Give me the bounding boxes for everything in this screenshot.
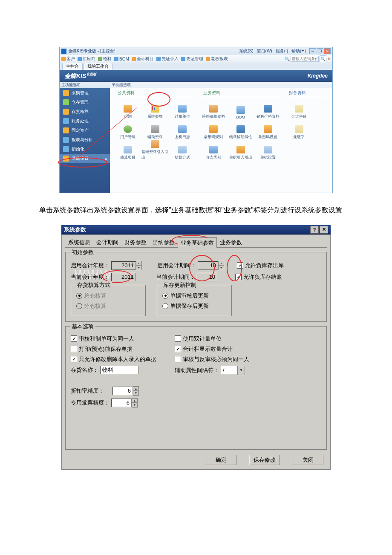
input-stock-name[interactable] xyxy=(100,366,138,374)
checkbox-print-save[interactable] xyxy=(71,346,77,352)
search-input[interactable] xyxy=(291,56,319,62)
item-voucher-word[interactable]: 凭证字 xyxy=(285,119,313,140)
annotation-circle-neg xyxy=(227,255,242,281)
spinner-start-period[interactable]: ▲▼ xyxy=(218,261,224,270)
menu-system[interactable]: 系统(S) xyxy=(238,48,254,54)
item-purchase-price[interactable]: 采购价格资料 xyxy=(200,99,227,119)
item-payment-type[interactable]: 收支类别 xyxy=(200,140,227,160)
barcode-set-icon xyxy=(264,125,272,133)
tb-voucher-mgmt[interactable]: 凭证管理 xyxy=(186,56,203,62)
sidebar-item-asset[interactable]: 固定资产 xyxy=(60,126,110,135)
bom-icon xyxy=(114,57,118,61)
item-bom[interactable]: BOM xyxy=(227,99,254,119)
tb-account[interactable]: 会计科目 xyxy=(137,56,154,62)
item-bill-import[interactable]: 单据引入引出 xyxy=(227,140,254,160)
dialog-titlebar: 系统参数 ? ✕ xyxy=(61,225,331,234)
spinner-invoice[interactable]: ▲▼ xyxy=(132,398,138,408)
checkbox-same-person[interactable]: ✓ xyxy=(71,335,77,342)
spinner-start-year[interactable]: ▲▼ xyxy=(136,261,142,270)
supplier-icon xyxy=(78,57,82,61)
item-aux-data[interactable]: 辅助资料 xyxy=(141,119,169,140)
radio-after-save[interactable] xyxy=(162,303,168,309)
label-separator: 辅助属性间隔符： xyxy=(175,367,219,374)
legend-stock: 库存更新控制 xyxy=(161,281,198,289)
section-business: 业务资料 xyxy=(203,90,282,97)
combo-separator[interactable]: ▼ xyxy=(221,366,245,375)
tb-customer[interactable]: 客户 xyxy=(66,56,75,62)
tab-my-workbench[interactable]: 我的工作台 xyxy=(84,63,112,70)
title-bar: 金蝶KIS专业版 - [主控台] 系统(S) 窗口(W) 服务(I) 帮助(H)… xyxy=(60,47,332,55)
item-material-attr[interactable]: 物料辅助属性 xyxy=(227,119,254,140)
tab-system-info[interactable]: 系统信息 xyxy=(65,237,93,248)
input-discount-precision[interactable] xyxy=(112,387,133,395)
dialog-help-button[interactable]: ? xyxy=(310,226,319,234)
item-log[interactable]: 上机日志 xyxy=(169,119,196,140)
item-cost-project[interactable]: 核算项目 xyxy=(114,140,141,160)
search-icon: 🔍 xyxy=(285,57,290,61)
input-start-year[interactable] xyxy=(111,261,136,270)
account-subject-icon xyxy=(295,105,303,113)
sidebar-item-init[interactable]: 初始化 xyxy=(60,145,110,154)
save-button[interactable]: 保存修改 xyxy=(249,455,280,465)
label-neg-close: 允许负库存结账 xyxy=(243,273,282,281)
warehouse-icon xyxy=(63,99,69,105)
checkbox-dual-unit[interactable] xyxy=(175,335,181,342)
item-settlement[interactable]: 结算方式 xyxy=(169,140,196,160)
sidebar-item-accounting[interactable]: 账务处理 xyxy=(60,116,110,126)
dialog-close-button[interactable]: ✕ xyxy=(320,226,328,234)
tb-voucher-entry[interactable]: 凭证录入 xyxy=(161,56,179,62)
radio-after-audit[interactable] xyxy=(162,293,168,299)
label-discount-precision: 折扣率精度： xyxy=(71,387,104,395)
dropdown-icon[interactable]: ▼ xyxy=(237,366,245,375)
sidebar-item-warehouse[interactable]: 仓存管理 xyxy=(60,98,110,107)
payment-icon xyxy=(209,146,218,153)
menu-service[interactable]: 服务(I) xyxy=(275,48,289,54)
close-button-dlg[interactable]: 关闭 xyxy=(293,455,323,465)
item-sale-price[interactable]: 销售价格资料 xyxy=(254,99,282,119)
sidebar: 采购管理 仓存管理 存货核算 账务处理 固定资产 报表与分析 初始化 基础设置 xyxy=(60,88,110,193)
checkbox-own-only[interactable]: ✓ xyxy=(71,356,77,362)
tb-supplier[interactable]: 供应商 xyxy=(83,56,95,62)
label-cur-period: 当前会计期间： xyxy=(156,273,195,281)
tb-material[interactable]: 物料 xyxy=(103,56,112,62)
sidebar-item-inventory[interactable]: 存货核算 xyxy=(60,107,110,116)
close-button[interactable]: ✕ xyxy=(324,48,331,54)
item-barcode-rule[interactable]: 条形码规则 xyxy=(200,119,227,140)
tab-main-console[interactable]: 主控台 xyxy=(62,63,83,70)
checkbox-rev-same[interactable] xyxy=(175,356,181,362)
restore-button[interactable]: ❐ xyxy=(317,48,323,54)
sidebar-item-purchase[interactable]: 采购管理 xyxy=(60,88,110,98)
group-init-params: 初始参数 启用会计年度： ▲▼ 启用会计期间： ▲▼ ✓ 允许负库存出库 当前会… xyxy=(65,252,327,322)
kingdee-logo: Kingdee xyxy=(308,73,328,79)
spinner-discount[interactable]: ▲▼ xyxy=(133,386,139,396)
annotation-circle-period xyxy=(189,255,215,281)
item-account-subject[interactable]: 会计科目 xyxy=(285,99,313,119)
tb-boss-report[interactable]: 老板报表 xyxy=(211,56,228,62)
tab-period[interactable]: 会计期间 xyxy=(93,237,121,248)
input-invoice-precision[interactable] xyxy=(111,399,132,407)
item-currency[interactable]: 币别 xyxy=(114,99,141,119)
menu-bar[interactable]: 系统(S) 窗口(W) 服务(I) 帮助(H) xyxy=(238,48,307,54)
menu-help[interactable]: 帮助(H) xyxy=(291,48,307,54)
init-icon xyxy=(63,146,69,152)
item-basic-import[interactable]: 基础资料引入引出 xyxy=(141,140,169,160)
asset-icon xyxy=(63,127,69,133)
kis-logo-small: K xyxy=(328,57,331,61)
minimize-button[interactable]: ─ xyxy=(309,48,316,54)
tb-bom[interactable]: BOM xyxy=(119,57,129,61)
ok-button[interactable]: 确定 xyxy=(206,455,236,465)
checkbox-sum-col[interactable]: ✓ xyxy=(175,346,181,352)
content-area: 子功能选项 公共资料 币别 系统参数 计量单位 用户管理 辅助资料 上机日志 核… xyxy=(110,82,332,193)
tab-business-basic-params[interactable]: 业务基础参数 xyxy=(178,237,217,248)
item-barcode-set[interactable]: 条形码设置 xyxy=(254,119,282,140)
tab-business-params[interactable]: 业务参数 xyxy=(217,237,245,248)
search-button[interactable]: 🔍 xyxy=(320,55,326,62)
legend-basic: 基本选项 xyxy=(70,323,95,330)
item-unit[interactable]: 计量单位 xyxy=(169,99,196,119)
sale-price-icon xyxy=(264,105,272,113)
kis-main-window: 金蝶KIS专业版 - [主控台] 系统(S) 窗口(W) 服务(I) 帮助(H)… xyxy=(59,47,333,193)
item-bill-set[interactable]: 单据设置 xyxy=(254,140,282,160)
tab-finance-params[interactable]: 财务参数 xyxy=(121,237,150,248)
accounting-icon xyxy=(63,118,69,124)
menu-window[interactable]: 窗口(W) xyxy=(256,48,273,54)
